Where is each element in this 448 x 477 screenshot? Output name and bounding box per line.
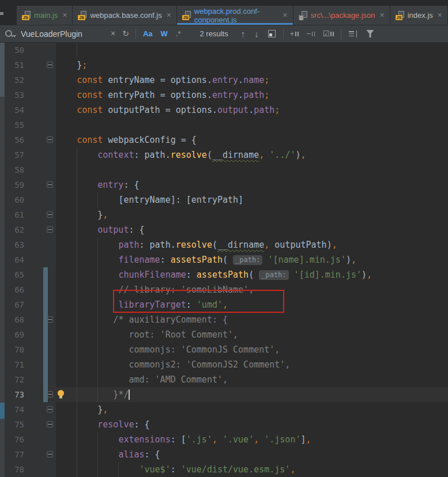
line-number[interactable]: 50 <box>5 43 24 58</box>
line-number[interactable]: 53 <box>5 88 24 103</box>
fold-region-end-icon[interactable] <box>47 62 53 68</box>
fold-region-start-icon[interactable] <box>47 451 53 457</box>
code-text[interactable]: resolve: { <box>56 417 150 432</box>
code-text[interactable]: output: { <box>56 222 145 237</box>
line-number[interactable]: 62 <box>5 222 24 237</box>
search-icon[interactable] <box>5 29 16 39</box>
fold-region-end-icon[interactable] <box>47 391 53 398</box>
previous-occurrence-button[interactable]: ↑ <box>236 29 250 39</box>
open-in-find-window-button[interactable] <box>268 30 276 37</box>
code-line-78: 78 'vue$': 'vue/dist/vue.esm.js', <box>0 462 448 477</box>
code-text[interactable]: }, <box>56 207 108 222</box>
add-occurrence-button[interactable]: + <box>287 29 303 38</box>
code-text[interactable]: amd: 'AMD Comment', <box>56 372 228 387</box>
code-text[interactable]: commonjs2: 'CommonJS2 Comment', <box>56 357 290 372</box>
line-number[interactable]: 66 <box>5 282 24 297</box>
line-number[interactable]: 63 <box>5 237 24 252</box>
fold-region-end-icon[interactable] <box>47 406 53 412</box>
code-text[interactable]: filename: assetsPath( _path: '[name].min… <box>56 252 356 267</box>
next-occurrence-button[interactable]: ↓ <box>250 29 263 39</box>
code-text[interactable]: alias: { <box>56 447 160 462</box>
line-number[interactable]: 57 <box>5 147 24 162</box>
code-text[interactable]: const entryPath = options.entry.path; <box>56 88 269 103</box>
line-number[interactable]: 78 <box>5 462 24 477</box>
code-text[interactable]: extensions: ['.js', '.vue', '.json'], <box>56 432 311 447</box>
close-tab-icon[interactable]: × <box>380 12 385 19</box>
code-text[interactable]: 'vue$': 'vue/dist/vue.esm.js', <box>56 462 295 477</box>
filter-icon[interactable] <box>366 30 374 37</box>
close-tab-icon[interactable]: × <box>283 12 287 19</box>
tab-src-...-package.json[interactable]: {}src\...\package.json× <box>293 6 390 25</box>
line-number[interactable]: 61 <box>5 207 24 222</box>
line-number[interactable]: 77 <box>5 447 24 462</box>
fold-region-start-icon[interactable] <box>47 421 53 427</box>
fold-region-end-icon[interactable] <box>47 211 53 218</box>
regex-toggle[interactable]: .* <box>172 29 185 38</box>
line-number[interactable]: 55 <box>5 118 24 132</box>
code-text[interactable]: }; <box>56 58 87 73</box>
code-text[interactable]: [entryName]: [entryPath] <box>56 192 243 207</box>
close-tab-icon[interactable]: × <box>438 12 442 19</box>
line-number[interactable]: 51 <box>5 58 24 73</box>
code-line-54: 54 const outputPath = options.output.pat… <box>0 103 448 118</box>
code-text[interactable]: chunkFilename: assetsPath( _path: '[id].… <box>56 267 372 282</box>
code-text[interactable]: path: path.resolve(__dirname, outputPath… <box>56 237 337 252</box>
words-toggle[interactable]: W <box>157 29 172 38</box>
line-number[interactable]: 58 <box>5 162 24 177</box>
code-text[interactable]: /* auxiliaryComment: { <box>56 312 228 327</box>
selection-bars-icon <box>295 31 299 37</box>
line-number[interactable]: 68 <box>5 312 24 327</box>
select-all-occurrences-button[interactable]: ☑ <box>319 29 338 38</box>
line-number[interactable]: 54 <box>5 103 24 118</box>
remove-occurrence-button[interactable]: − <box>303 29 319 38</box>
code-text[interactable]: }*/ <box>56 387 130 402</box>
search-history-icon[interactable]: ↻ <box>119 25 133 42</box>
line-number[interactable]: 56 <box>5 132 24 147</box>
fold-region-start-icon[interactable] <box>47 137 53 143</box>
code-text[interactable]: const entryName = options.entry.name; <box>56 73 269 88</box>
match-case-toggle[interactable]: Aa <box>139 29 157 38</box>
fold-region-start-icon[interactable] <box>47 181 53 188</box>
code-text[interactable]: entry: { <box>56 177 140 192</box>
clear-search-icon[interactable]: × <box>107 25 119 42</box>
close-tab-icon[interactable]: × <box>62 12 67 19</box>
tab-webpack.prod.conf-conponent.js[interactable]: JSwebpack.prod.conf-conponent.js× <box>177 6 293 25</box>
line-number[interactable]: 59 <box>5 177 24 192</box>
tab-label: webpack.base.conf.js <box>90 11 161 20</box>
line-number[interactable]: 72 <box>5 372 24 387</box>
code-text[interactable]: context: path.resolve(__dirname, '../'), <box>56 147 306 162</box>
tab-main.js[interactable]: JSmain.js× <box>17 6 73 25</box>
code-text[interactable]: commonjs: 'CommonJS Comment', <box>56 342 280 357</box>
code-editor[interactable]: 5051 };52 const entryName = options.entr… <box>0 43 448 477</box>
code-line-61: 61 }, <box>0 207 448 222</box>
text-caret <box>129 389 130 400</box>
code-text[interactable]: const outputPath = options.output.path; <box>56 103 280 118</box>
line-number[interactable]: 71 <box>5 357 24 372</box>
line-number[interactable]: 70 <box>5 342 24 357</box>
close-tab-icon[interactable]: × <box>167 12 171 19</box>
tab-index.js[interactable]: JSindex.js× <box>390 6 448 25</box>
tab-webpack.base.conf.js[interactable]: JSwebpack.base.conf.js× <box>73 6 176 25</box>
line-number[interactable]: 69 <box>5 327 24 342</box>
line-number[interactable]: 73 <box>5 387 24 402</box>
line-number[interactable]: 60 <box>5 192 24 207</box>
line-number[interactable]: 52 <box>5 73 24 88</box>
intention-lightbulb-icon[interactable] <box>58 390 65 399</box>
vcs-change-bar <box>43 282 48 297</box>
line-number[interactable]: 65 <box>5 267 24 282</box>
line-number[interactable]: 67 <box>5 297 24 312</box>
line-number[interactable]: 75 <box>5 417 24 432</box>
line-number[interactable]: 76 <box>5 432 24 447</box>
code-line-75: 75 resolve: { <box>0 417 448 432</box>
search-options-icon[interactable] <box>349 31 357 37</box>
code-text[interactable]: root: 'Root Comment', <box>56 327 238 342</box>
code-line-51: 51 }; <box>0 58 448 73</box>
code-text[interactable]: const webpackConfig = { <box>56 132 197 147</box>
selection-bars-icon <box>312 31 316 37</box>
fold-region-start-icon[interactable] <box>47 226 53 233</box>
search-input[interactable] <box>20 29 107 39</box>
fold-region-start-icon[interactable] <box>47 316 53 323</box>
line-number[interactable]: 64 <box>5 252 24 267</box>
line-number[interactable]: 74 <box>5 402 24 417</box>
code-text[interactable]: }, <box>56 402 108 417</box>
